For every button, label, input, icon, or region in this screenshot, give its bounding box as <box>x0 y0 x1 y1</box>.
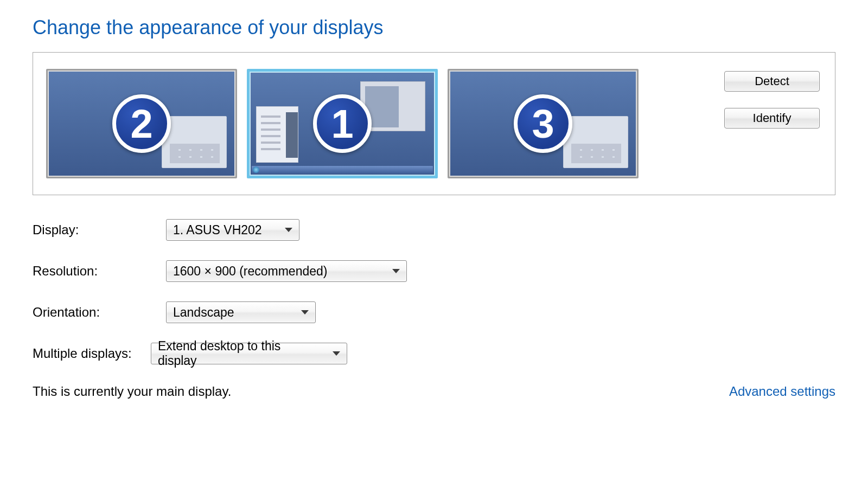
settings-form: Display: 1. ASUS VH202 Resolution: 1600 … <box>33 219 835 364</box>
detect-button[interactable]: Detect <box>724 71 820 92</box>
dropdown-display[interactable]: 1. ASUS VH202 <box>166 219 299 241</box>
row-multiple-displays: Multiple displays: Extend desktop to thi… <box>33 343 835 364</box>
side-buttons: Detect Identify <box>724 69 822 129</box>
monitor-number-badge: 1 <box>313 94 372 153</box>
monitor-1[interactable]: 1 <box>247 69 438 178</box>
calendar-icon <box>563 116 628 168</box>
label-resolution: Resolution: <box>33 264 166 279</box>
chevron-down-icon <box>285 228 292 232</box>
monitor-number-badge: 2 <box>112 94 171 153</box>
chevron-down-icon <box>301 310 309 314</box>
dropdown-display-value: 1. ASUS VH202 <box>173 223 262 237</box>
dropdown-multiple-displays-value: Extend desktop to this display <box>158 339 323 368</box>
monitor-number: 2 <box>130 101 152 147</box>
dropdown-multiple-displays[interactable]: Extend desktop to this display <box>151 343 347 364</box>
monitor-number: 3 <box>532 101 554 147</box>
label-orientation: Orientation: <box>33 305 166 320</box>
dropdown-orientation-value: Landscape <box>173 305 234 320</box>
taskbar-icon <box>252 166 433 174</box>
page-title: Change the appearance of your displays <box>33 16 835 39</box>
monitors-area: 2 1 3 <box>46 69 639 178</box>
row-display: Display: 1. ASUS VH202 <box>33 219 835 241</box>
main-display-status: This is currently your main display. <box>33 384 231 399</box>
panel-icon <box>256 106 298 163</box>
label-multiple-displays: Multiple displays: <box>33 346 151 361</box>
monitor-number-badge: 3 <box>514 94 572 153</box>
chevron-down-icon <box>392 269 400 273</box>
display-settings-page: Change the appearance of your displays 2… <box>0 0 868 410</box>
advanced-settings-link[interactable]: Advanced settings <box>729 384 835 399</box>
dropdown-resolution[interactable]: 868 × 488 (recommended) <box>166 260 407 282</box>
label-display: Display: <box>33 222 166 237</box>
monitor-number: 1 <box>331 101 353 147</box>
identify-button[interactable]: Identify <box>724 108 820 129</box>
row-resolution: Resolution: 868 × 488 (recommended) <box>33 260 835 282</box>
calendar-icon <box>162 116 227 168</box>
display-arrangement-panel: 2 1 3 Detect Identify <box>33 52 835 195</box>
chevron-down-icon <box>333 351 340 356</box>
monitor-2[interactable]: 2 <box>46 69 237 178</box>
monitor-3[interactable]: 3 <box>448 69 639 178</box>
footer-row: This is currently your main display. Adv… <box>33 384 835 399</box>
dropdown-resolution-value: 868 × 488 (recommended) <box>173 264 327 279</box>
row-orientation: Orientation: Landscape <box>33 301 835 323</box>
dropdown-orientation[interactable]: Landscape <box>166 301 316 323</box>
